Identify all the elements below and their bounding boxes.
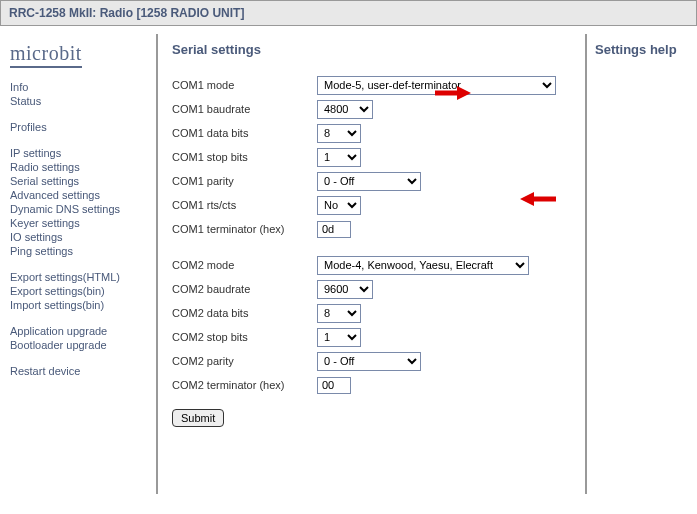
com1-baud-label: COM1 baudrate — [172, 103, 317, 115]
nav-import-bin[interactable]: Import settings(bin) — [10, 298, 156, 312]
com1-data-label: COM1 data bits — [172, 127, 317, 139]
nav-restart[interactable]: Restart device — [10, 364, 156, 378]
nav-status[interactable]: Status — [10, 94, 156, 108]
com2-parity-select[interactable]: 0 - Off — [317, 352, 421, 371]
nav-group-1: Info Status — [10, 80, 156, 108]
nav-ip-settings[interactable]: IP settings — [10, 146, 156, 160]
nav-group-3: IP settings Radio settings Serial settin… — [10, 146, 156, 258]
page-heading: Serial settings — [172, 42, 571, 57]
com1-mode-label: COM1 mode — [172, 79, 317, 91]
nav-export-html[interactable]: Export settings(HTML) — [10, 270, 156, 284]
nav-ddns-settings[interactable]: Dynamic DNS settings — [10, 202, 156, 216]
help-panel: Settings help — [587, 34, 697, 494]
com1-mode-select[interactable]: Mode-5, user-def-terminator — [317, 76, 556, 95]
com1-parity-label: COM1 parity — [172, 175, 317, 187]
com1-term-input[interactable] — [317, 221, 351, 238]
logo: microbit — [10, 42, 82, 68]
com1-rtscts-select[interactable]: No — [317, 196, 361, 215]
com2-mode-label: COM2 mode — [172, 259, 317, 271]
nav-serial-settings[interactable]: Serial settings — [10, 174, 156, 188]
nav-ping-settings[interactable]: Ping settings — [10, 244, 156, 258]
nav-export-bin[interactable]: Export settings(bin) — [10, 284, 156, 298]
submit-button[interactable]: Submit — [172, 409, 224, 427]
title-prefix: RRC-1258 MkII: — [9, 6, 96, 20]
com2-term-input[interactable] — [317, 377, 351, 394]
nav-group-2: Profiles — [10, 120, 156, 134]
com2-baud-label: COM2 baudrate — [172, 283, 317, 295]
com1-parity-select[interactable]: 0 - Off — [317, 172, 421, 191]
com1-data-select[interactable]: 8 — [317, 124, 361, 143]
nav-profiles[interactable]: Profiles — [10, 120, 156, 134]
com2-data-label: COM2 data bits — [172, 307, 317, 319]
com2-mode-select[interactable]: Mode-4, Kenwood, Yaesu, Elecraft — [317, 256, 529, 275]
nav-group-4: Export settings(HTML) Export settings(bi… — [10, 270, 156, 312]
help-heading: Settings help — [595, 42, 691, 57]
com1-baud-select[interactable]: 4800 — [317, 100, 373, 119]
com2-parity-label: COM2 parity — [172, 355, 317, 367]
title-bar: RRC-1258 MkII: Radio [1258 RADIO UNIT] — [0, 0, 697, 26]
nav-boot-upgrade[interactable]: Bootloader upgrade — [10, 338, 156, 352]
nav-keyer-settings[interactable]: Keyer settings — [10, 216, 156, 230]
nav-app-upgrade[interactable]: Application upgrade — [10, 324, 156, 338]
nav-group-6: Restart device — [10, 364, 156, 378]
nav-group-5: Application upgrade Bootloader upgrade — [10, 324, 156, 352]
nav-info[interactable]: Info — [10, 80, 156, 94]
com1-term-label: COM1 terminator (hex) — [172, 223, 317, 235]
com1-stop-select[interactable]: 1 — [317, 148, 361, 167]
sidebar: microbit Info Status Profiles IP setting… — [0, 34, 158, 494]
com2-term-label: COM2 terminator (hex) — [172, 379, 317, 391]
com2-stop-select[interactable]: 1 — [317, 328, 361, 347]
com2-stop-label: COM2 stop bits — [172, 331, 317, 343]
com2-data-select[interactable]: 8 — [317, 304, 361, 323]
title-section: Radio — [100, 6, 133, 20]
com1-rtscts-label: COM1 rts/cts — [172, 199, 317, 211]
nav-radio-settings[interactable]: Radio settings — [10, 160, 156, 174]
com2-baud-select[interactable]: 9600 — [317, 280, 373, 299]
nav-io-settings[interactable]: IO settings — [10, 230, 156, 244]
nav-advanced-settings[interactable]: Advanced settings — [10, 188, 156, 202]
title-bracket: [1258 RADIO UNIT] — [136, 6, 244, 20]
com1-stop-label: COM1 stop bits — [172, 151, 317, 163]
main-panel: Serial settings COM1 modeMode-5, user-de… — [158, 34, 587, 494]
